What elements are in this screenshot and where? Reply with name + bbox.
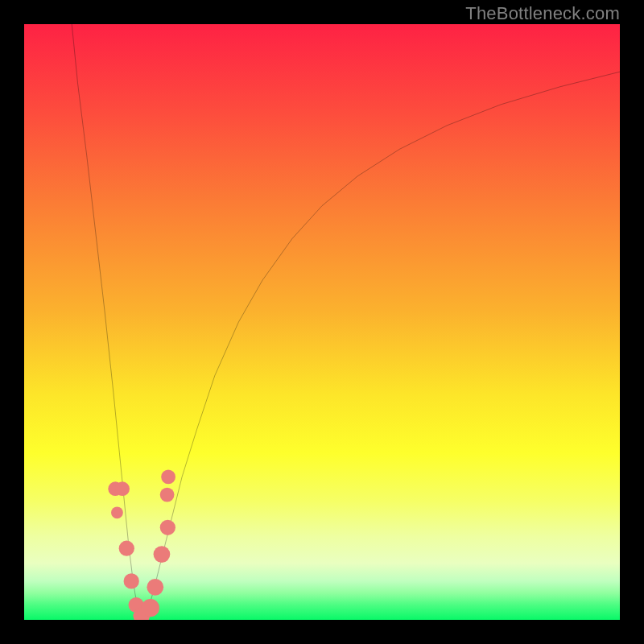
watermark-text: TheBottleneck.com — [465, 3, 620, 24]
data-marker — [147, 579, 163, 596]
data-marker — [119, 541, 134, 556]
data-marker — [160, 520, 175, 535]
curve-left-branch — [72, 24, 143, 620]
curve-layer — [24, 24, 620, 620]
data-marker — [142, 599, 159, 617]
data-marker — [124, 573, 139, 588]
data-marker — [111, 506, 123, 518]
data-marker — [160, 488, 175, 502]
chart-frame: TheBottleneck.com — [0, 0, 644, 644]
data-marker — [161, 470, 175, 485]
plot-area — [24, 24, 620, 620]
data-marker — [115, 481, 130, 496]
data-marker — [154, 546, 171, 563]
curve-right-branch — [143, 72, 620, 620]
